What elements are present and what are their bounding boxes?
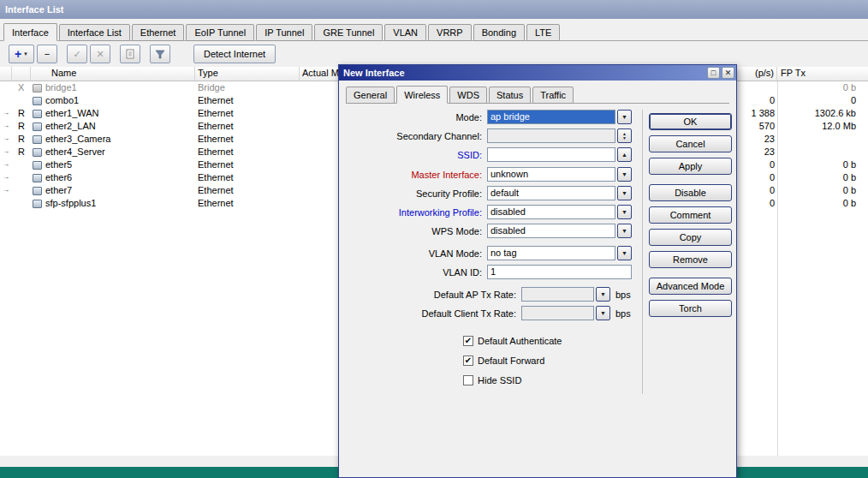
interface-name: ether2_LAN — [45, 120, 96, 133]
fp-tx-value: 12.0 Mb — [777, 120, 868, 133]
vlan-id-field[interactable]: 1 — [487, 265, 632, 279]
interface-name: ether5 — [45, 158, 72, 171]
tab-vlan[interactable]: VLAN — [384, 24, 426, 41]
tab-interface[interactable]: Interface — [3, 23, 57, 41]
tab-gre-tunnel[interactable]: GRE Tunnel — [314, 24, 383, 41]
header-flag-col[interactable] — [12, 67, 31, 81]
ethernet-icon — [33, 148, 42, 157]
tab-lte[interactable]: LTE — [526, 24, 560, 41]
disable-button[interactable]: ✕ — [90, 45, 110, 63]
tab-eoip-tunnel[interactable]: EoIP Tunnel — [186, 24, 254, 41]
ssid-field[interactable] — [487, 147, 615, 162]
interworking-profile-dropdown-button[interactable]: ▼ — [617, 205, 632, 219]
ethernet-icon — [33, 135, 42, 144]
secondary-channel-field[interactable] — [487, 128, 615, 143]
default-client-tx-rate-dropdown-button[interactable]: ▼ — [596, 306, 610, 320]
hide-ssid-option[interactable]: Hide SSID — [463, 374, 642, 385]
mode-dropdown-button[interactable]: ▼ — [617, 110, 632, 124]
vlan-mode-dropdown-button[interactable]: ▼ — [617, 246, 632, 260]
chevron-down-icon: ▼ — [622, 136, 627, 140]
tab-status[interactable]: Status — [489, 87, 531, 104]
advanced-mode-button[interactable]: Advanced Mode — [649, 278, 732, 295]
row-arrow-icon: → — [0, 133, 12, 146]
ethernet-icon — [33, 110, 42, 118]
ethernet-icon — [33, 200, 42, 208]
enable-button[interactable]: ✓ — [67, 45, 87, 63]
fp-tx-value — [777, 146, 868, 158]
interface-type: Ethernet — [195, 94, 300, 107]
row-arrow-icon: → — [0, 171, 12, 184]
master-interface-field[interactable]: unknown — [487, 167, 615, 182]
filter-button[interactable] — [150, 45, 170, 63]
bps-unit-label: bps — [615, 290, 631, 300]
ethernet-icon — [33, 174, 42, 182]
window-titlebar[interactable]: Interface List — [0, 0, 868, 19]
row-flag: R — [12, 107, 31, 120]
detect-internet-button[interactable]: Detect Internet — [193, 45, 276, 63]
row-flag: R — [12, 133, 31, 146]
checkbox-checked-icon[interactable]: ✔ — [463, 356, 473, 366]
interface-type: Ethernet — [195, 158, 300, 171]
interworking-profile-field[interactable]: disabled — [487, 205, 615, 219]
security-profile-label: Security Profile: — [343, 188, 487, 199]
default-ap-tx-rate-field[interactable] — [521, 287, 594, 302]
secondary-channel-spinner[interactable]: ▲▼ — [617, 128, 632, 143]
tab-wds[interactable]: WDS — [449, 87, 487, 104]
wps-mode-dropdown-button[interactable]: ▼ — [617, 224, 632, 238]
row-arrow-icon: → — [0, 184, 12, 197]
copy-button[interactable]: Copy — [649, 229, 732, 246]
close-button[interactable]: ✕ — [722, 67, 734, 79]
tab-interface-list[interactable]: Interface List — [59, 24, 130, 41]
remove-button[interactable]: Remove — [649, 251, 732, 268]
master-interface-dropdown-button[interactable]: ▼ — [617, 167, 632, 182]
tab-traffic[interactable]: Traffic — [532, 87, 574, 104]
restore-button[interactable]: □ — [707, 67, 720, 79]
ssid-expand-button[interactable]: ▲ — [617, 147, 632, 162]
fp-tx-value — [777, 133, 868, 146]
ok-button[interactable]: OK — [649, 113, 732, 130]
tab-general[interactable]: General — [346, 87, 395, 104]
fp-tx-value: 1302.6 kb — [777, 107, 868, 120]
remove-button[interactable]: − — [37, 45, 57, 63]
torch-button[interactable]: Torch — [649, 300, 732, 317]
fp-tx-value: 0 b — [777, 158, 868, 171]
interface-type: Ethernet — [195, 120, 300, 133]
header-type[interactable]: Type — [195, 67, 300, 81]
disable-icon: ✕ — [96, 49, 104, 60]
row-flag: X — [12, 81, 31, 94]
row-arrow-icon: → — [0, 107, 12, 120]
security-profile-dropdown-button[interactable]: ▼ — [617, 186, 632, 200]
add-button[interactable]: + ▼ — [9, 45, 34, 63]
dialog-titlebar[interactable]: New Interface □ ✕ — [339, 65, 736, 81]
header-name[interactable]: Name — [31, 67, 195, 81]
checkbox-checked-icon[interactable]: ✔ — [463, 336, 473, 346]
default-forward-option[interactable]: ✔ Default Forward — [463, 355, 642, 366]
chevron-down-icon: ▼ — [621, 228, 627, 234]
dialog-title: New Interface — [343, 68, 705, 78]
wps-mode-field[interactable]: disabled — [487, 224, 615, 238]
header-fp-tx[interactable]: FP Tx — [777, 67, 868, 81]
cancel-button[interactable]: Cancel — [649, 135, 732, 152]
comment-button[interactable] — [120, 45, 140, 63]
vlan-mode-field[interactable]: no tag — [487, 246, 615, 260]
checkbox-unchecked-icon[interactable] — [463, 375, 473, 385]
enable-icon: ✓ — [73, 49, 80, 60]
tab-wireless[interactable]: Wireless — [396, 86, 448, 104]
interface-type: Ethernet — [195, 133, 300, 146]
disable-button[interactable]: Disable — [649, 184, 732, 201]
default-client-tx-rate-field[interactable] — [521, 306, 594, 320]
mode-field[interactable]: ap bridge — [487, 110, 615, 124]
default-client-tx-rate-label: Default Client Tx Rate: — [343, 308, 521, 319]
tab-ip-tunnel[interactable]: IP Tunnel — [256, 24, 312, 41]
comment-button[interactable]: Comment — [649, 206, 732, 224]
apply-button[interactable]: Apply — [649, 158, 732, 175]
tab-vrrp[interactable]: VRRP — [428, 24, 472, 41]
ethernet-icon — [33, 161, 42, 170]
interface-name: combo1 — [45, 94, 79, 107]
security-profile-field[interactable]: default — [487, 186, 615, 200]
tab-bonding[interactable]: Bonding — [473, 24, 525, 41]
tab-ethernet[interactable]: Ethernet — [132, 24, 185, 41]
default-ap-tx-rate-dropdown-button[interactable]: ▼ — [596, 287, 610, 302]
default-authenticate-option[interactable]: ✔ Default Authenticate — [463, 335, 642, 346]
ethernet-icon — [33, 97, 42, 105]
